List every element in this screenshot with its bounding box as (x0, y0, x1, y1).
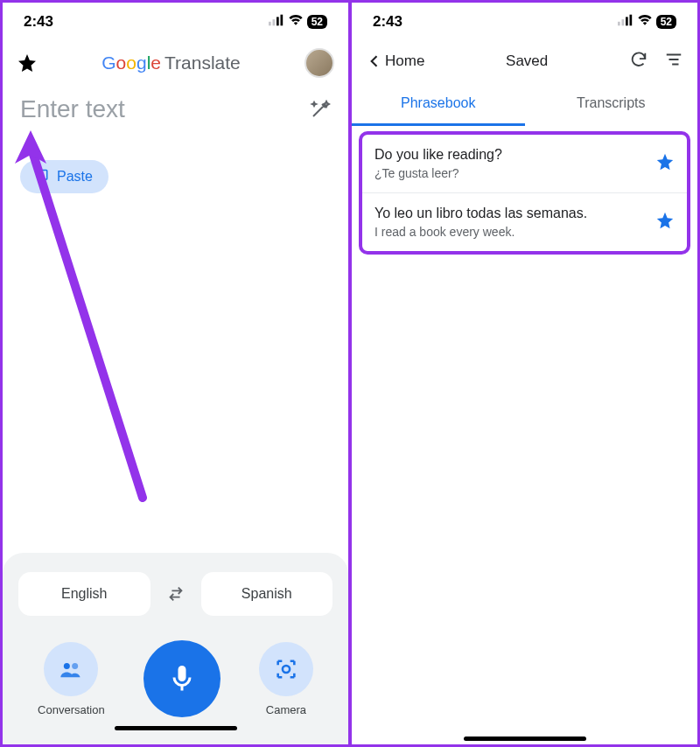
text-input[interactable]: Enter text (20, 95, 125, 123)
svg-point-7 (73, 663, 79, 669)
tab-phrasebook[interactable]: Phrasebook (352, 85, 525, 126)
camera-icon (274, 657, 298, 681)
app-header: Google Translate (3, 41, 348, 88)
app-title: Google Translate (102, 52, 241, 73)
battery-icon: 52 (656, 15, 676, 29)
tabs: Phrasebook Transcripts (352, 85, 697, 126)
svg-rect-9 (618, 22, 620, 26)
profile-avatar[interactable] (304, 48, 334, 78)
camera-button[interactable] (259, 642, 313, 696)
svg-marker-5 (15, 130, 46, 164)
status-icons: 52 (618, 13, 676, 31)
wifi-icon (288, 13, 304, 31)
clipboard-icon (36, 169, 52, 185)
status-icons: 52 (269, 13, 327, 31)
phrase-source-text: Yo leo un libro todas las semanas. (374, 206, 587, 221)
bottom-panel: English Spanish Conversation (3, 553, 348, 744)
svg-line-4 (31, 146, 143, 498)
svg-point-8 (283, 665, 290, 672)
conversation-label: Conversation (38, 703, 105, 716)
svg-rect-2 (276, 17, 279, 25)
favorite-star-button[interactable] (655, 211, 675, 234)
swap-icon (166, 584, 186, 604)
voice-input-button[interactable] (144, 640, 220, 717)
conversation-button[interactable] (44, 642, 98, 696)
wifi-icon (637, 13, 653, 31)
screen-translate-home: 2:43 52 Google Translate Enter text (0, 0, 350, 747)
status-time: 2:43 (373, 13, 402, 31)
phrase-translated-text: ¿Te gusta leer? (374, 166, 502, 180)
saved-star-button[interactable] (17, 52, 38, 73)
status-bar: 2:43 52 (3, 3, 348, 41)
sort-button[interactable] (664, 50, 683, 73)
back-button[interactable]: Home (366, 52, 424, 70)
camera-label: Camera (266, 703, 306, 716)
saved-header: Home Saved (352, 41, 697, 85)
microphone-icon (166, 663, 198, 695)
screen-saved: 2:43 52 Home Saved Phrasebook Tra (350, 0, 700, 747)
svg-rect-12 (629, 15, 632, 26)
phrase-translated-text: I read a book every week. (374, 225, 587, 239)
sort-icon (664, 50, 683, 69)
star-icon (655, 152, 675, 171)
favorite-star-button[interactable] (655, 152, 675, 175)
magic-wand-icon[interactable] (310, 99, 331, 120)
back-label: Home (385, 52, 424, 70)
signal-icon (269, 13, 284, 31)
paste-label: Paste (57, 169, 93, 185)
svg-rect-0 (269, 22, 271, 26)
svg-point-6 (64, 663, 70, 669)
svg-rect-3 (280, 15, 283, 26)
battery-icon: 52 (307, 15, 327, 29)
source-language-button[interactable]: English (18, 572, 150, 616)
phrase-item[interactable]: Do you like reading? ¿Te gusta leer? (362, 135, 687, 193)
paste-button[interactable]: Paste (20, 160, 108, 193)
chevron-left-icon (366, 52, 383, 70)
home-indicator[interactable] (115, 726, 237, 730)
tab-transcripts[interactable]: Transcripts (525, 85, 698, 126)
status-time: 2:43 (24, 13, 53, 31)
main-input-area: Enter text Paste (3, 88, 348, 553)
signal-icon (618, 13, 634, 31)
refresh-button[interactable] (629, 50, 648, 73)
phrasebook-list: Do you like reading? ¿Te gusta leer? Yo … (359, 131, 690, 255)
google-logo: Google (102, 52, 161, 73)
home-indicator[interactable] (464, 737, 586, 741)
page-title: Saved (506, 52, 548, 70)
app-title-text: Translate (164, 52, 241, 73)
star-icon (655, 211, 675, 230)
target-language-button[interactable]: Spanish (201, 572, 333, 616)
refresh-icon (629, 50, 648, 69)
phrase-source-text: Do you like reading? (374, 147, 502, 163)
svg-rect-1 (272, 19, 275, 25)
svg-rect-11 (626, 17, 628, 25)
conversation-icon (59, 657, 83, 681)
empty-area (352, 260, 697, 728)
svg-rect-10 (621, 19, 624, 25)
status-bar: 2:43 52 (352, 3, 697, 41)
swap-languages-button[interactable] (159, 577, 192, 611)
phrase-item[interactable]: Yo leo un libro todas las semanas. I rea… (362, 193, 687, 251)
